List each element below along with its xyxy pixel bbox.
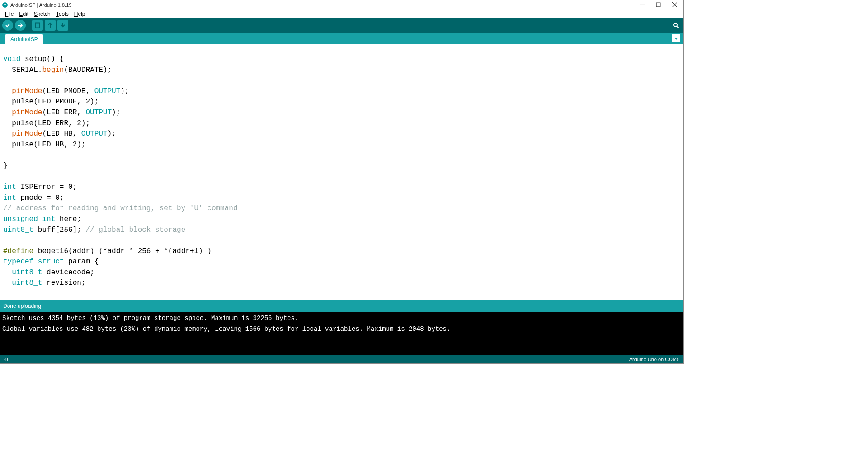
code-token: (LED_PMODE,	[42, 87, 94, 95]
tab-menu-button[interactable]	[672, 34, 680, 42]
minimize-button[interactable]	[639, 2, 645, 8]
code-token: pinMode	[12, 87, 42, 95]
svg-marker-10	[675, 38, 678, 40]
new-button[interactable]	[32, 20, 43, 31]
code-token: SERIAL.	[3, 66, 42, 74]
serial-monitor-button[interactable]	[670, 20, 681, 31]
status-text: Done uploading.	[3, 303, 42, 309]
code-token	[3, 87, 12, 95]
code-token: );	[107, 130, 116, 138]
menu-tools[interactable]: Tools	[53, 10, 71, 18]
svg-point-8	[674, 23, 677, 27]
menu-sketch[interactable]: Sketch	[31, 10, 53, 18]
close-button[interactable]	[671, 2, 678, 8]
code-token: OUTPUT	[94, 87, 121, 95]
code-token: (BAUDRATE);	[64, 66, 112, 74]
status-bar: Done uploading.	[0, 300, 683, 312]
code-token: pulse(LED_HB, 2);	[3, 141, 85, 149]
menubar: File Edit Sketch Tools Help	[0, 9, 683, 18]
code-token: pinMode	[12, 130, 42, 138]
maximize-button[interactable]	[655, 2, 661, 8]
code-token: revision;	[42, 279, 85, 287]
toolbar	[0, 18, 683, 33]
code-token: int	[3, 194, 16, 202]
app-window: ∞ ArduinoISP | Arduino 1.8.19 File Edit …	[0, 0, 684, 364]
code-token: struct	[38, 258, 64, 266]
code-token: pulse(LED_ERR, 2);	[3, 119, 90, 127]
board-port: Arduino Uno on COM5	[629, 357, 679, 362]
menu-file[interactable]: File	[2, 10, 16, 18]
code-token	[33, 258, 38, 266]
app-logo-icon: ∞	[2, 2, 8, 8]
code-token: );	[112, 108, 120, 117]
code-token: pulse(LED_PMODE, 2);	[3, 98, 99, 106]
code-token: int	[42, 215, 55, 223]
code-token	[3, 108, 12, 117]
titlebar: ∞ ArduinoISP | Arduino 1.8.19	[0, 0, 683, 9]
code-token: OUTPUT	[85, 108, 112, 117]
code-token: uint8_t	[12, 268, 42, 277]
save-button[interactable]	[57, 20, 68, 31]
menu-help[interactable]: Help	[71, 10, 88, 18]
code-token: uint8_t	[3, 226, 33, 234]
code-token	[3, 279, 12, 287]
window-controls	[639, 2, 681, 8]
open-button[interactable]	[45, 20, 56, 31]
code-token	[38, 215, 42, 223]
code-token: param {	[64, 258, 99, 266]
code-token: OUTPUT	[81, 130, 108, 138]
upload-button[interactable]	[15, 20, 26, 31]
code-token: void	[3, 55, 20, 63]
code-token: );	[120, 87, 129, 95]
window-title: ArduinoISP | Arduino 1.8.19	[10, 2, 639, 8]
code-token: #define	[3, 247, 33, 255]
verify-button[interactable]	[2, 20, 13, 31]
code-token: here;	[55, 215, 81, 223]
code-token: int	[3, 183, 16, 191]
code-editor[interactable]: void setup() { SERIAL.begin(BAUDRATE); p…	[0, 44, 683, 300]
bottom-bar: 48 Arduino Uno on COM5	[0, 355, 683, 363]
tab-arduinoisp[interactable]: ArduinoISP	[5, 34, 43, 44]
code-token: pmode = 0;	[16, 194, 64, 202]
code-token: uint8_t	[12, 279, 42, 287]
code-token: begin	[42, 66, 64, 74]
code-token: typedef	[3, 258, 33, 266]
svg-line-9	[677, 26, 679, 28]
code-token: (LED_ERR,	[42, 108, 85, 117]
console-line: Global variables use 482 bytes (23%) of …	[2, 325, 450, 333]
console-line: Sketch uses 4354 bytes (13%) of program …	[2, 315, 298, 322]
svg-rect-1	[656, 3, 660, 7]
code-token	[3, 268, 12, 277]
code-token	[3, 130, 12, 138]
code-token: devicecode;	[42, 268, 94, 277]
code-token: beget16(addr) (*addr * 256 + *(addr+1) )	[33, 247, 212, 255]
line-number: 48	[4, 357, 9, 362]
console-output[interactable]: Sketch uses 4354 bytes (13%) of program …	[0, 312, 683, 355]
code-token: (LED_HB,	[42, 130, 81, 138]
code-token: // address for reading and writing, set …	[3, 204, 237, 212]
tabbar: ArduinoISP	[0, 33, 683, 44]
code-token: unsigned	[3, 215, 38, 223]
code-token: }	[3, 162, 8, 170]
menu-edit[interactable]: Edit	[16, 10, 31, 18]
code-token: pinMode	[12, 108, 42, 117]
svg-rect-5	[36, 23, 40, 28]
code-token: buff[256];	[33, 226, 85, 234]
code-token: setup() {	[20, 55, 64, 63]
code-token: ISPError = 0;	[16, 183, 77, 191]
code-token: // global block storage	[85, 226, 185, 234]
